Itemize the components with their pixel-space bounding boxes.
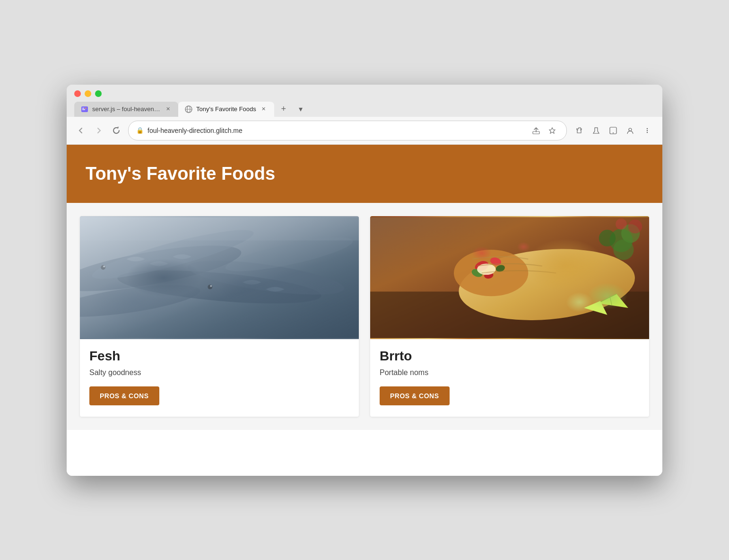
svg-point-21	[80, 278, 202, 323]
svg-point-11	[613, 132, 614, 133]
svg-rect-3	[85, 108, 87, 109]
svg-point-41	[613, 239, 634, 260]
svg-point-17	[80, 236, 244, 300]
user-icon[interactable]	[623, 123, 638, 138]
svg-rect-28	[370, 217, 649, 338]
svg-point-32	[474, 259, 490, 273]
food-desc-brrto: Portable noms	[380, 368, 640, 377]
browser-window: server.js – foul-heavenly-di... ✕ Tony's…	[67, 85, 662, 476]
svg-rect-16	[80, 217, 359, 338]
food-name-fesh: Fesh	[89, 349, 349, 364]
svg-point-15	[647, 131, 648, 132]
svg-point-37	[477, 263, 495, 275]
food-card-fesh: Fesh Salty goodness PROS & CONS	[80, 216, 359, 417]
svg-point-38	[609, 228, 633, 252]
svg-point-14	[647, 130, 648, 131]
forward-button[interactable]	[92, 124, 105, 137]
svg-point-26	[210, 285, 212, 287]
svg-point-22	[223, 231, 355, 278]
svg-point-39	[621, 224, 640, 242]
svg-point-24	[103, 265, 105, 267]
code-icon	[81, 105, 88, 113]
pros-cons-button-fesh[interactable]: PROS & CONS	[89, 386, 159, 405]
address-bar: 🔒 foul-heavenly-direction.glitch.me	[67, 117, 662, 145]
svg-point-25	[208, 284, 212, 289]
pros-cons-button-brrto[interactable]: PROS & CONS	[380, 386, 450, 405]
globe-icon	[185, 105, 192, 113]
food-card-fesh-body: Fesh Salty goodness PROS & CONS	[80, 339, 359, 417]
food-name-brrto: Brrto	[380, 349, 640, 364]
back-button[interactable]	[74, 124, 87, 137]
food-card-brrto-body: Brrto Portable noms PROS & CONS	[370, 339, 649, 417]
menu-icon[interactable]	[640, 123, 655, 138]
tab-1-close[interactable]: ✕	[164, 105, 172, 113]
svg-rect-29	[370, 291, 649, 338]
flask-icon[interactable]	[589, 123, 604, 138]
extensions-icon[interactable]	[572, 123, 587, 138]
svg-point-23	[101, 265, 105, 270]
svg-point-31	[454, 250, 528, 296]
tabs-row: server.js – foul-heavenly-di... ✕ Tony's…	[74, 102, 655, 117]
svg-point-18	[116, 264, 322, 309]
new-tab-button[interactable]: +	[276, 102, 291, 117]
svg-point-35	[470, 267, 484, 278]
svg-point-34	[484, 271, 494, 279]
title-bar: server.js – foul-heavenly-di... ✕ Tony's…	[67, 85, 662, 117]
page-title: Tony's Favorite Foods	[86, 164, 643, 184]
fish-image	[80, 216, 359, 339]
svg-rect-1	[82, 108, 84, 109]
minimize-button[interactable]	[85, 90, 91, 97]
tab-server-js[interactable]: server.js – foul-heavenly-di... ✕	[74, 102, 178, 117]
maximize-button[interactable]	[95, 90, 102, 97]
svg-rect-2	[82, 109, 85, 110]
svg-point-20	[186, 254, 346, 301]
food-desc-fesh: Salty goodness	[89, 368, 349, 377]
svg-point-33	[489, 256, 502, 266]
tab-1-title: server.js – foul-heavenly-di...	[92, 105, 160, 113]
svg-point-30	[456, 242, 638, 327]
svg-marker-8	[549, 128, 555, 133]
svg-point-19	[89, 221, 257, 287]
lock-icon: 🔒	[136, 127, 144, 134]
svg-point-40	[599, 229, 616, 246]
svg-point-13	[647, 128, 648, 129]
page-header: Tony's Favorite Foods	[67, 145, 662, 203]
reload-button[interactable]	[110, 124, 123, 137]
star-icon[interactable]	[546, 124, 559, 137]
close-button[interactable]	[74, 90, 81, 97]
traffic-lights	[74, 90, 655, 97]
share-icon[interactable]	[529, 124, 543, 137]
svg-rect-27	[80, 217, 359, 240]
tab-2-close[interactable]: ✕	[260, 105, 268, 113]
tab-2-title: Tony's Favorite Foods	[196, 105, 256, 113]
address-input[interactable]: 🔒 foul-heavenly-direction.glitch.me	[128, 121, 567, 140]
address-text: foul-heavenly-direction.glitch.me	[148, 127, 526, 134]
svg-point-36	[495, 264, 506, 272]
svg-point-12	[629, 128, 632, 131]
food-card-brrto: Brrto Portable noms PROS & CONS	[370, 216, 649, 417]
browser-toolbar	[572, 123, 655, 138]
tab-tonys-foods[interactable]: Tony's Favorite Foods ✕	[178, 102, 274, 117]
svg-point-43	[616, 219, 627, 230]
tablet-icon[interactable]	[606, 123, 621, 138]
page-content: Tony's Favorite Foods	[67, 145, 662, 476]
tab-dropdown-button[interactable]: ▾	[293, 102, 308, 117]
svg-point-42	[628, 219, 642, 234]
burrito-image	[370, 216, 649, 339]
food-grid: Fesh Salty goodness PROS & CONS	[67, 203, 662, 430]
